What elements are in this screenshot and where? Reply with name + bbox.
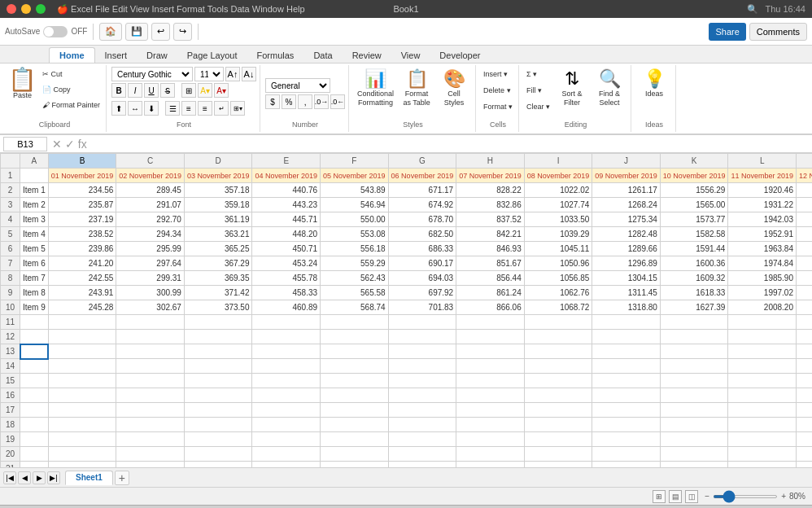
cell-F18[interactable] — [321, 418, 389, 432]
cell-F5[interactable]: 553.08 — [321, 227, 389, 242]
cell-F11[interactable] — [321, 315, 389, 330]
row-header-11[interactable]: 11 — [1, 315, 20, 330]
cell-a1[interactable] — [20, 169, 49, 183]
cell-F4[interactable]: 550.00 — [321, 212, 389, 227]
cell-f1[interactable]: 05 November 2019 — [321, 169, 389, 183]
cell-M7[interactable]: 2436.95 — [796, 256, 812, 271]
cell-G7[interactable]: 690.17 — [388, 256, 456, 271]
cell-a3[interactable]: Item 2 — [20, 198, 49, 212]
cell-E7[interactable]: 453.24 — [252, 256, 321, 271]
cell-d1[interactable]: 03 November 2019 — [184, 169, 252, 183]
cell-A20[interactable] — [20, 447, 49, 462]
increase-decimal-btn[interactable]: .0→ — [314, 94, 329, 109]
cell-k1[interactable]: 10 November 2019 — [660, 169, 728, 183]
next-sheet-btn[interactable]: ▶ — [33, 471, 46, 484]
cell-I4[interactable]: 1033.50 — [524, 212, 592, 227]
cell-L13[interactable] — [728, 344, 797, 359]
cell-I8[interactable]: 1056.85 — [524, 271, 592, 286]
cell-L4[interactable]: 1942.03 — [728, 212, 797, 227]
underline-button[interactable]: U — [144, 83, 159, 98]
formula-input[interactable] — [92, 137, 809, 151]
cell-G19[interactable] — [388, 432, 456, 447]
cell-B20[interactable] — [48, 447, 116, 462]
cell-B6[interactable]: 239.86 — [48, 242, 116, 256]
cell-D19[interactable] — [184, 432, 252, 447]
cell-A14[interactable] — [20, 359, 49, 374]
cell-L10[interactable]: 2008.20 — [728, 300, 797, 315]
cell-a8[interactable]: Item 7 — [20, 271, 49, 286]
cell-H9[interactable]: 861.24 — [456, 286, 525, 300]
cell-H13[interactable] — [456, 344, 525, 359]
cell-F9[interactable]: 565.58 — [321, 286, 389, 300]
col-header-j[interactable]: J — [592, 154, 661, 169]
cell-K13[interactable] — [660, 344, 728, 359]
cell-C3[interactable]: 291.07 — [116, 198, 185, 212]
tab-formulas[interactable]: Formulas — [247, 48, 304, 63]
cell-D6[interactable]: 365.25 — [184, 242, 252, 256]
cell-E21[interactable] — [252, 462, 321, 468]
cell-B2[interactable]: 234.56 — [48, 183, 116, 198]
cell-I10[interactable]: 1068.72 — [524, 300, 592, 315]
cell-M20[interactable] — [796, 447, 812, 462]
cell-M6[interactable]: 2423.38 — [796, 242, 812, 256]
close-button[interactable] — [7, 4, 16, 14]
cell-I15[interactable] — [524, 374, 592, 388]
cell-A16[interactable] — [20, 388, 49, 403]
cell-H5[interactable]: 842.21 — [456, 227, 525, 242]
autosave-toggle[interactable] — [43, 26, 68, 37]
cell-J9[interactable]: 1311.45 — [592, 286, 661, 300]
cell-I3[interactable]: 1027.74 — [524, 198, 592, 212]
cell-F14[interactable] — [321, 359, 389, 374]
align-center-btn[interactable]: ≡ — [181, 101, 196, 116]
cell-D15[interactable] — [184, 374, 252, 388]
cell-D10[interactable]: 373.50 — [184, 300, 252, 315]
row-header-17[interactable]: 17 — [1, 403, 20, 418]
cell-F13[interactable] — [321, 344, 389, 359]
cell-K16[interactable] — [660, 388, 728, 403]
cell-E17[interactable] — [252, 403, 321, 418]
row-header-5[interactable]: 5 — [1, 227, 20, 242]
cell-L6[interactable]: 1963.84 — [728, 242, 797, 256]
cell-D11[interactable] — [184, 315, 252, 330]
sort-filter-button[interactable]: ⇅ Sort &Filter — [554, 67, 590, 109]
cell-G13[interactable] — [388, 344, 456, 359]
cell-J4[interactable]: 1275.34 — [592, 212, 661, 227]
cell-H4[interactable]: 837.52 — [456, 212, 525, 227]
cell-C4[interactable]: 292.70 — [116, 212, 185, 227]
cell-G8[interactable]: 694.03 — [388, 271, 456, 286]
cell-I19[interactable] — [524, 432, 592, 447]
add-sheet-button[interactable]: + — [115, 471, 129, 485]
row-header-9[interactable]: 9 — [1, 286, 20, 300]
cell-G18[interactable] — [388, 418, 456, 432]
tab-home[interactable]: Home — [49, 47, 95, 63]
font-color-button[interactable]: A▾ — [214, 83, 229, 98]
insert-cells-button[interactable]: Insert ▾ — [481, 67, 515, 81]
cell-E18[interactable] — [252, 418, 321, 432]
row-header-12[interactable]: 12 — [1, 330, 20, 344]
cell-D12[interactable] — [184, 330, 252, 344]
decrease-font-btn[interactable]: A↓ — [242, 67, 256, 81]
row-header-21[interactable]: 21 — [1, 462, 20, 468]
row-header-20[interactable]: 20 — [1, 447, 20, 462]
cell-K7[interactable]: 1600.36 — [660, 256, 728, 271]
cell-E20[interactable] — [252, 447, 321, 462]
cell-F2[interactable]: 543.89 — [321, 183, 389, 198]
cell-I5[interactable]: 1039.29 — [524, 227, 592, 242]
cell-E2[interactable]: 440.76 — [252, 183, 321, 198]
col-header-b[interactable]: B — [48, 154, 116, 169]
cell-H6[interactable]: 846.93 — [456, 242, 525, 256]
row-header-10[interactable]: 10 — [1, 300, 20, 315]
col-header-g[interactable]: G — [388, 154, 456, 169]
align-right-btn[interactable]: ≡ — [198, 101, 212, 116]
cell-g1[interactable]: 06 November 2019 — [388, 169, 456, 183]
cell-E11[interactable] — [252, 315, 321, 330]
cell-E9[interactable]: 458.33 — [252, 286, 321, 300]
row-header-4[interactable]: 4 — [1, 212, 20, 227]
row-header-13[interactable]: 13 — [1, 344, 20, 359]
cell-G20[interactable] — [388, 447, 456, 462]
cell-F19[interactable] — [321, 432, 389, 447]
cell-C12[interactable] — [116, 330, 185, 344]
cell-C8[interactable]: 299.31 — [116, 271, 185, 286]
strikethrough-button[interactable]: S̶ — [160, 83, 175, 98]
row-header-7[interactable]: 7 — [1, 256, 20, 271]
